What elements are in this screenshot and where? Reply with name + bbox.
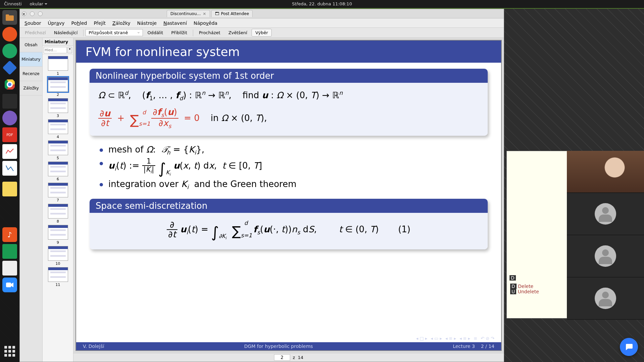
thumbnail-4[interactable]: 4 [46,119,70,139]
bullet-mesh: mesh of Ω: 𝒯h = {Ki}, [100,144,488,156]
dock: PDF ♪ [0,9,19,362]
dock-terminal-icon[interactable] [2,94,17,109]
page-indicator: z 14 [73,353,504,362]
dock-calc-icon[interactable] [2,44,17,58]
dock-notes-icon[interactable] [2,182,17,196]
menu-settings[interactable]: Nastavení [161,20,190,26]
clock-label: Středa, 22. dubna 11:08:10 [288,0,356,8]
thumbnail-3[interactable]: 3 [46,98,70,118]
zoom-mode-select[interactable]: Přizpůsobit straně [86,29,143,36]
page-sep: z [293,355,295,360]
avatar-icon [595,245,616,267]
window-titlebar[interactable]: × Discontinuou… × 🗔 Post Attendee [20,9,504,18]
participant-camera[interactable] [567,151,644,192]
toolbar: Předchozí Následující Přizpůsobit straně… [20,28,504,38]
sidebar-tab-bookmarks[interactable]: Záložky [20,81,42,96]
menu-help[interactable]: Nápověda [191,20,220,26]
svg-rect-7 [6,283,11,287]
close-icon[interactable]: × [22,11,26,16]
next-page-button[interactable]: Následující [50,29,82,37]
block-header: Nonlinear hyperbolic system of 1st order [90,69,488,83]
page-number-input[interactable] [274,354,290,361]
chat-icon [625,343,633,351]
dock-apps-grid-icon[interactable] [2,344,17,359]
sidebar-tab-reviews[interactable]: Recenze [20,67,42,81]
sidebar-tab-thumbnails[interactable]: Miniatury [20,52,42,67]
dock-emacs-icon[interactable] [2,111,17,125]
dock-plot2-icon[interactable] [2,161,17,176]
separator [193,29,193,36]
thumbnail-search-input[interactable] [44,47,67,53]
dock-plot1-icon[interactable] [2,144,17,159]
avatar-icon [595,288,616,309]
dock-chrome-icon[interactable] [2,77,17,92]
participant-avatar[interactable] [567,278,644,319]
block-header: Space semi-discretization [90,199,488,213]
slide-title: FVM for nonlinear system [76,41,501,63]
menu-go[interactable]: Přejít [91,20,108,26]
tab-label: Post Attendee [221,11,249,16]
zoom-out-button[interactable]: Oddálit [144,29,167,37]
dock-files-icon[interactable] [2,10,17,25]
window-icon: 🗔 [215,11,219,16]
browse-tool-button[interactable]: Procházet [195,29,224,37]
thumbnail-9[interactable]: 9 [46,225,70,245]
thumbnail-1[interactable]: 1 [46,56,70,76]
dired-mark: D [509,275,516,281]
page-total: 14 [298,355,304,360]
dock-spacer [2,178,17,180]
footer-title: DGM for hyperbolic problems [244,344,313,349]
activities-button[interactable]: Činnosti [0,0,26,8]
thumbnail-8[interactable]: 8 [46,204,70,224]
search-options-icon[interactable]: ▾ [67,47,72,53]
select-tool-button[interactable]: Výběr [252,29,272,37]
okular-window: × Discontinuou… × 🗔 Post Attendee Soubor… [19,9,504,362]
menu-file[interactable]: Soubor [22,20,44,26]
block-discretization: Space semi-discretization ∂∂t ui(t) = ∫∂… [90,199,488,250]
prev-page-button[interactable]: Předchozí [21,29,50,37]
block-problem: Nonlinear hyperbolic system of 1st order… [90,69,488,136]
dock-sheets-icon[interactable] [2,244,17,259]
thumbnail-11[interactable]: 11 [46,267,70,287]
dock-music-icon[interactable]: ♪ [2,227,17,242]
thumbnail-10[interactable]: 10 [46,246,70,266]
slide-footer: V. Dolejší DGM for hyperbolic problems L… [76,342,501,350]
appmenu-label: okular [30,1,43,6]
dock-app-icon[interactable] [2,261,17,276]
pdf-page[interactable]: FVM for nonlinear system Nonlinear hyper… [73,38,504,353]
tab-document[interactable]: Discontinuou… × [167,10,210,17]
maximize-icon[interactable] [38,11,43,16]
zoom-chat-button[interactable] [620,338,638,356]
pdf-viewer: FVM for nonlinear system Nonlinear hyper… [73,38,504,362]
zoom-participants[interactable] [567,151,644,320]
menu-bookmarks[interactable]: Záložky [110,20,133,26]
svg-rect-1 [6,14,9,16]
menu-tools[interactable]: Nástroje [135,20,159,26]
participant-avatar[interactable] [567,235,644,277]
thumbnail-5[interactable]: 5 [46,140,70,160]
appmenu-button[interactable]: okular [26,0,51,8]
dock-pdf-icon[interactable]: PDF [2,127,17,142]
minimize-icon[interactable] [30,11,35,16]
sidebar-tab-contents[interactable]: Obsah [20,38,42,52]
separator [83,29,84,36]
dock-ubuntu-icon[interactable] [2,27,17,42]
participant-avatar[interactable] [567,193,644,235]
zoom-in-button[interactable]: Přiblížit [167,29,191,37]
dock-tex-icon[interactable] [2,60,17,75]
zoom-tool-button[interactable]: Zvětšení [225,29,251,37]
bullet-list: mesh of Ω: 𝒯h = {Ki}, ui(t) := 1|Ki| ∫Ki… [100,144,488,190]
zoom-mode-label: Přizpůsobit straně [89,30,128,35]
thumbnail-list[interactable]: 1 2 3 4 5 6 7 8 9 10 11 [43,55,73,362]
avatar-icon [595,203,616,225]
menu-view[interactable]: Pohled [69,20,90,26]
tab-attendee[interactable]: 🗔 Post Attendee [211,10,253,17]
thumbnail-6[interactable]: 6 [46,162,70,181]
tab-close-icon[interactable]: × [203,11,206,16]
tab-label: Discontinuou… [170,11,201,16]
thumbnail-7[interactable]: 7 [46,183,70,202]
menu-bar: Soubor Úpravy Pohled Přejít Záložky Nást… [20,18,504,28]
menu-edit[interactable]: Úpravy [45,20,67,26]
dock-zoom-icon[interactable] [2,278,17,292]
thumbnail-2[interactable]: 2 [46,77,70,97]
